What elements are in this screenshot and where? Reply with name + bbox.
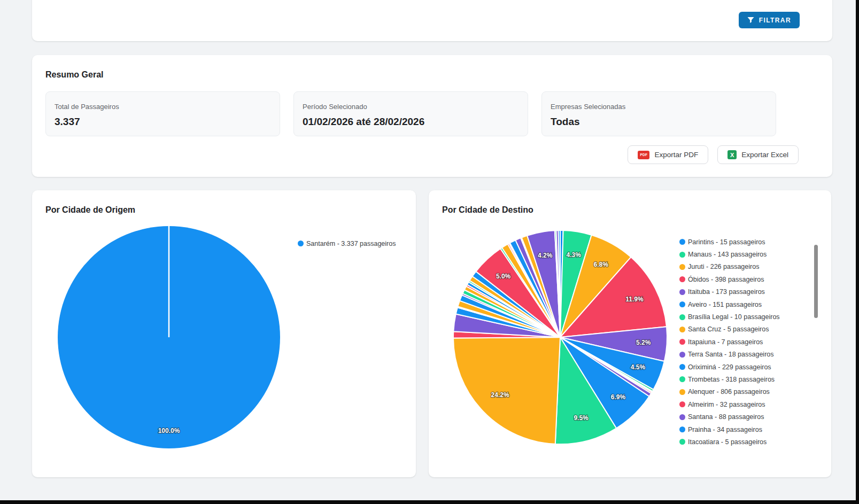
- legend-color-dot: [679, 301, 685, 307]
- legend-color-dot: [679, 352, 685, 358]
- legend-item[interactable]: Manaus - 143 passageiros: [679, 248, 813, 260]
- legend-scrollbar-thumb[interactable]: [814, 245, 818, 318]
- legend-label: Santana - 88 passageiros: [688, 413, 764, 421]
- origin-pie-chart: 100.0%: [56, 224, 282, 451]
- legend-item[interactable]: Almeirim - 32 passageiros: [679, 398, 813, 410]
- legend-color-dot: [679, 264, 685, 270]
- legend-item[interactable]: Santarém - 3.337 passageiros: [298, 237, 396, 250]
- stat-label: Empresas Selecionadas: [551, 103, 776, 111]
- legend-label: Terra Santa - 18 passageiros: [688, 351, 774, 358]
- legend-item[interactable]: Aveiro - 151 passageiros: [679, 298, 813, 311]
- summary-card: Resumo Geral Total de Passageiros3.337Pe…: [32, 55, 832, 177]
- pie-percentage-label: 4.2%: [538, 252, 553, 259]
- export-buttons-row: PDF Exportar PDF X Exportar Excel: [628, 145, 799, 164]
- destination-legend: Parintins - 15 passageirosManaus - 143 p…: [679, 236, 813, 448]
- destination-chart-card: Por Cidade de Destino 4.3%6.8%11.9%5.2%4…: [429, 190, 831, 477]
- export-excel-label: Exportar Excel: [741, 151, 788, 159]
- legend-label: Trombetas - 318 passageiros: [688, 376, 775, 383]
- stat-label: Total de Passageiros: [55, 103, 280, 111]
- stat-box: Período Selecionado01/02/2026 até 28/02/…: [293, 91, 528, 136]
- legend-item[interactable]: Itaituba - 173 passageiros: [679, 286, 813, 298]
- legend-color-dot: [679, 439, 685, 445]
- pie-percentage-label: 6.9%: [611, 393, 626, 401]
- legend-color-dot: [679, 289, 685, 295]
- dashboard-page: FILTRAR Resumo Geral Total de Passageiro…: [0, 0, 856, 500]
- stat-box: Empresas SelecionadasTodas: [541, 91, 776, 136]
- pie-percentage-label: 100.0%: [158, 427, 180, 435]
- legend-label: Santarém - 3.337 passageiros: [306, 240, 396, 247]
- legend-label: Óbidos - 398 passageiros: [688, 276, 764, 283]
- legend-label: Alenquer - 806 passageiros: [688, 388, 770, 396]
- legend-label: Parintins - 15 passageiros: [688, 238, 765, 246]
- filter-button[interactable]: FILTRAR: [739, 12, 800, 28]
- legend-item[interactable]: Santana - 88 passageiros: [679, 410, 813, 423]
- legend-item[interactable]: Óbidos - 398 passageiros: [679, 273, 813, 285]
- legend-label: Itacoatiara - 5 passageiros: [688, 438, 767, 446]
- export-pdf-label: Exportar PDF: [654, 151, 698, 159]
- legend-color-dot: [679, 276, 685, 282]
- summary-stats: Total de Passageiros3.337Período Selecio…: [45, 91, 776, 136]
- export-pdf-button[interactable]: PDF Exportar PDF: [628, 145, 708, 164]
- pie-percentage-label: 4.3%: [567, 251, 582, 259]
- stat-value: 01/02/2026 até 28/02/2026: [303, 116, 528, 128]
- legend-item[interactable]: Parintins - 15 passageiros: [679, 236, 813, 248]
- origin-chart-title: Por Cidade de Origem: [45, 205, 135, 215]
- pie-percentage-label: 24.2%: [491, 391, 509, 399]
- legend-label: Santa Cruz - 5 passageiros: [688, 325, 769, 333]
- legend-label: Almeirim - 32 passageiros: [688, 401, 765, 408]
- pie-percentage-label: 9.5%: [574, 414, 589, 422]
- export-excel-button[interactable]: X Exportar Excel: [717, 145, 799, 164]
- origin-legend: Santarém - 3.337 passageiros: [298, 237, 396, 250]
- legend-color-dot: [298, 241, 304, 246]
- filter-button-label: FILTRAR: [759, 17, 791, 24]
- pie-percentage-label: 11.9%: [625, 296, 644, 303]
- legend-label: Brasília Legal - 10 passageiros: [688, 313, 780, 321]
- window-bottom-edge: [0, 500, 859, 504]
- stat-box: Total de Passageiros3.337: [45, 91, 280, 136]
- legend-item[interactable]: Oriximiná - 229 passageiros: [679, 361, 813, 373]
- legend-label: Itapaiuna - 7 passageiros: [688, 338, 763, 346]
- summary-title: Resumo Geral: [45, 70, 103, 80]
- legend-color-dot: [679, 389, 685, 395]
- legend-color-dot: [679, 364, 685, 370]
- legend-label: Oriximiná - 229 passageiros: [688, 363, 771, 371]
- stat-label: Período Selecionado: [303, 103, 528, 111]
- legend-label: Manaus - 143 passageiros: [688, 251, 767, 258]
- legend-item[interactable]: Brasília Legal - 10 passageiros: [679, 311, 813, 323]
- excel-icon: X: [728, 150, 737, 159]
- destination-pie-chart: 4.3%6.8%11.9%5.2%4.5%6.9%9.5%24.2%5.0%4.…: [451, 228, 669, 446]
- legend-item[interactable]: Juruti - 226 passageiros: [679, 261, 813, 273]
- filter-card: FILTRAR: [32, 0, 832, 41]
- legend-color-dot: [679, 414, 685, 420]
- legend-color-dot: [679, 252, 685, 258]
- legend-item[interactable]: Santa Cruz - 5 passageiros: [679, 323, 813, 336]
- legend-color-dot: [679, 327, 685, 332]
- pie-slice[interactable]: [453, 337, 560, 444]
- pdf-icon: PDF: [638, 151, 649, 159]
- legend-color-dot: [679, 376, 685, 382]
- origin-chart-card: Por Cidade de Origem 100.0% Santarém - 3…: [32, 190, 416, 477]
- filter-funnel-icon: [747, 17, 754, 24]
- legend-item[interactable]: Trombetas - 318 passageiros: [679, 373, 813, 385]
- legend-item[interactable]: Itapaiuna - 7 passageiros: [679, 336, 813, 348]
- legend-item[interactable]: Prainha - 34 passageiros: [679, 423, 813, 436]
- legend-label: Aveiro - 151 passageiros: [688, 301, 762, 308]
- pie-percentage-label: 6.8%: [594, 261, 609, 268]
- legend-label: Prainha - 34 passageiros: [688, 426, 762, 433]
- legend-color-dot: [679, 339, 685, 345]
- pie-percentage-label: 4.5%: [631, 363, 646, 371]
- legend-item[interactable]: Itacoatiara - 5 passageiros: [679, 436, 813, 448]
- legend-label: Itaituba - 173 passageiros: [688, 288, 765, 296]
- legend-item[interactable]: Alenquer - 806 passageiros: [679, 386, 813, 398]
- legend-label: Juruti - 226 passageiros: [688, 263, 759, 270]
- legend-item[interactable]: Terra Santa - 18 passageiros: [679, 348, 813, 361]
- stat-value: Todas: [551, 116, 776, 128]
- legend-color-dot: [679, 427, 685, 432]
- stat-value: 3.337: [55, 116, 280, 128]
- window-right-edge: [856, 0, 859, 504]
- pie-percentage-label: 5.0%: [496, 273, 511, 280]
- pie-percentage-label: 5.2%: [636, 339, 651, 346]
- legend-color-dot: [679, 401, 685, 407]
- legend-color-dot: [679, 314, 685, 320]
- destination-chart-title: Por Cidade de Destino: [442, 205, 533, 215]
